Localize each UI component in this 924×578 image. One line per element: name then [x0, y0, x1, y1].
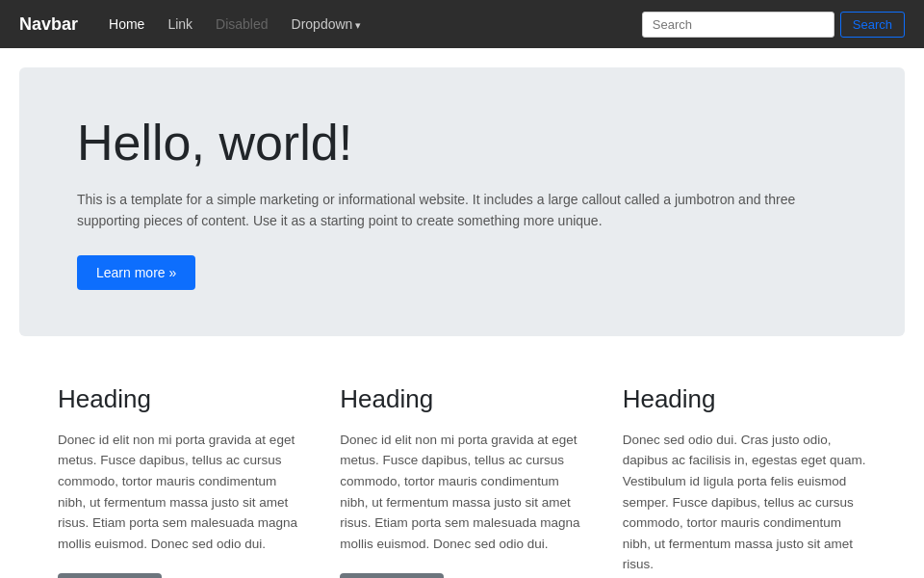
- content-col-2: Heading Donec id elit non mi porta gravi…: [340, 384, 583, 578]
- nav-item-dropdown[interactable]: Dropdown: [280, 0, 373, 49]
- search-button[interactable]: Search: [840, 12, 905, 38]
- col2-heading: Heading: [340, 384, 583, 414]
- jumbotron-title: Hello, world!: [77, 114, 847, 171]
- col1-heading: Heading: [58, 384, 301, 414]
- jumbotron: Hello, world! This is a template for a s…: [19, 67, 905, 336]
- col2-view-details-button[interactable]: View details »: [340, 573, 444, 578]
- col3-body: Donec sed odio dui. Cras justo odio, dap…: [623, 430, 866, 575]
- content-col-3: Heading Donec sed odio dui. Cras justo o…: [623, 384, 866, 578]
- search-input[interactable]: [642, 12, 834, 38]
- content-col-1: Heading Donec id elit non mi porta gravi…: [58, 384, 301, 578]
- content-section: Heading Donec id elit non mi porta gravi…: [0, 355, 924, 578]
- jumbotron-description: This is a template for a simple marketin…: [77, 189, 828, 232]
- col1-view-details-button[interactable]: View details »: [58, 573, 162, 578]
- nav-item-link[interactable]: Link: [156, 0, 204, 48]
- nav-link-disabled: Disabled: [204, 0, 279, 48]
- learn-more-button[interactable]: Learn more »: [77, 255, 195, 290]
- navbar-nav: Home Link Disabled Dropdown: [97, 0, 642, 49]
- navbar-search: Search: [642, 12, 905, 38]
- nav-item-home[interactable]: Home: [97, 0, 156, 48]
- col2-body: Donec id elit non mi porta gravida at eg…: [340, 430, 583, 555]
- nav-item-disabled: Disabled: [204, 0, 279, 48]
- col3-heading: Heading: [623, 384, 866, 414]
- col1-body: Donec id elit non mi porta gravida at eg…: [58, 430, 301, 555]
- nav-link-dropdown[interactable]: Dropdown: [280, 0, 373, 49]
- navbar-brand[interactable]: Navbar: [19, 14, 78, 35]
- nav-link-link[interactable]: Link: [156, 0, 204, 48]
- nav-link-home[interactable]: Home: [97, 0, 156, 48]
- navbar: Navbar Home Link Disabled Dropdown Searc…: [0, 0, 924, 48]
